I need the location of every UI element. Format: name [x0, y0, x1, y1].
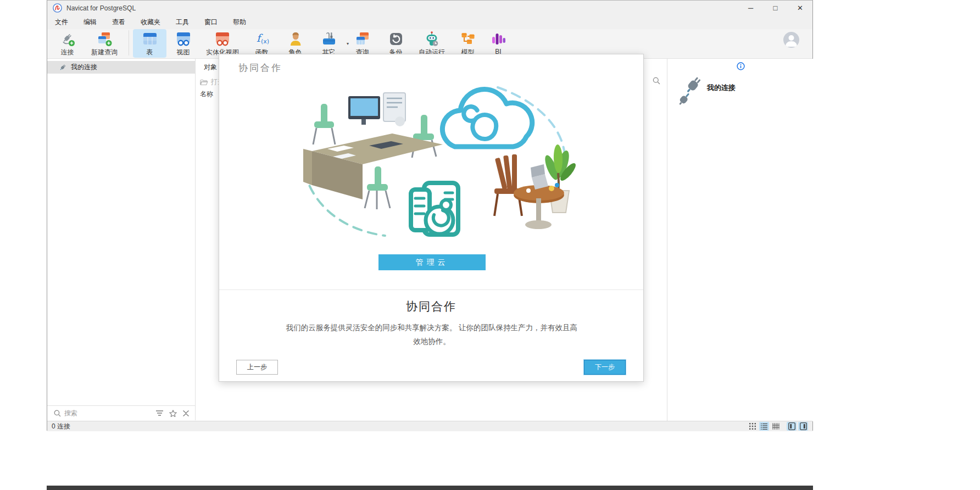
list-view-button[interactable]: [759, 422, 769, 431]
filter-icon[interactable]: [155, 410, 164, 416]
taskbar-strip: [47, 486, 813, 490]
toolbar-connection-button[interactable]: 连接: [51, 29, 84, 58]
menu-file[interactable]: 文件: [47, 15, 76, 29]
connections-sidebar: 我的连接: [47, 59, 196, 405]
toggle-left-pane-button[interactable]: [787, 422, 797, 431]
search-icon: [54, 410, 61, 417]
materialized-view-icon: [214, 31, 231, 47]
connection-count: 0 连接: [52, 422, 70, 431]
dialog-divider: [219, 289, 643, 290]
close-button[interactable]: ✕: [788, 1, 812, 15]
others-toolbox-icon: [321, 31, 337, 47]
role-icon: [287, 31, 304, 47]
maximize-button[interactable]: □: [763, 1, 788, 15]
menu-edit[interactable]: 编辑: [76, 15, 104, 29]
toolbar-label: 视图: [177, 48, 190, 57]
table-icon: [142, 31, 158, 47]
toolbar-label: 连接: [61, 48, 74, 57]
view-icon: [175, 31, 192, 47]
dialog-title: 协同合作: [238, 62, 282, 74]
bi-chart-icon: [490, 31, 506, 47]
menubar: 文件 编辑 查看 收藏夹 工具 窗口 帮助: [47, 15, 812, 29]
backup-icon: [388, 31, 404, 47]
menu-view[interactable]: 查看: [104, 15, 133, 29]
icon-view-button[interactable]: [748, 422, 758, 431]
app-window: Navicat for PostgreSQL ─ □ ✕ 文件 编辑 查看 收藏…: [47, 0, 813, 431]
connection-name: 我的连接: [71, 63, 97, 72]
toolbar-view-button[interactable]: 视图: [166, 29, 200, 58]
collaboration-dialog: 协同合作: [219, 54, 644, 382]
user-avatar[interactable]: [783, 32, 799, 48]
collaboration-illustration: [261, 81, 602, 251]
svg-text:(x): (x): [261, 38, 269, 45]
manage-cloud-button[interactable]: 管理云: [378, 254, 486, 270]
toolbar-new-query-button[interactable]: 新建查询: [84, 29, 125, 58]
favorites-star-icon[interactable]: [169, 410, 177, 417]
toolbar-label: 表: [147, 48, 153, 57]
menu-window[interactable]: 窗口: [197, 15, 225, 29]
menu-help[interactable]: 帮助: [225, 15, 254, 29]
menu-tools[interactable]: 工具: [168, 15, 197, 29]
automation-robot-icon: [424, 31, 440, 47]
function-icon: f (x): [254, 31, 270, 47]
toolbar-label: 新建查询: [91, 48, 118, 57]
window-title: Navicat for PostgreSQL: [66, 4, 136, 12]
column-header-name[interactable]: 名称: [200, 90, 213, 99]
tab-objects[interactable]: 对象: [204, 63, 217, 72]
dialog-description: 我们的云服务提供灵活安全的同步和共享解决方案。 让你的团队保持生产力，并有效且高…: [261, 321, 602, 348]
menu-favorites[interactable]: 收藏夹: [133, 15, 168, 29]
previous-step-button[interactable]: 上一步: [236, 360, 278, 375]
toolbar-separator: [129, 30, 129, 55]
new-query-icon: [96, 31, 113, 47]
plug-icon: [58, 63, 67, 72]
dialog-heading: 协同合作: [219, 299, 643, 314]
detail-view-button[interactable]: [771, 422, 781, 431]
toggle-right-pane-button[interactable]: [798, 422, 808, 431]
minimize-button[interactable]: ─: [738, 1, 763, 15]
panel-connection-title: 我的连接: [707, 83, 736, 93]
statusbar: 0 连接: [47, 421, 812, 431]
description-line-2: 效地协作。: [261, 335, 602, 348]
pane-search-icon[interactable]: [653, 77, 660, 85]
next-step-button[interactable]: 下一步: [584, 360, 626, 375]
sidebar-item-my-connection[interactable]: 我的连接: [47, 61, 195, 74]
info-panel: 我的连接: [667, 59, 814, 421]
search-input[interactable]: [64, 409, 136, 417]
screen: Navicat for PostgreSQL ─ □ ✕ 文件 编辑 查看 收藏…: [0, 0, 980, 490]
folder-open-icon: [200, 79, 208, 86]
info-icon[interactable]: [737, 62, 745, 70]
query-icon: [354, 31, 371, 47]
plug-new-icon: [59, 31, 76, 47]
model-icon: [460, 31, 476, 47]
titlebar: Navicat for PostgreSQL ─ □ ✕: [47, 1, 812, 15]
toolbar-table-button[interactable]: 表: [133, 29, 166, 58]
big-plug-icon: [676, 75, 704, 106]
navicat-logo-icon: [53, 3, 62, 13]
description-line-1: 我们的云服务提供灵活安全的同步和共享解决方案。 让你的团队保持生产力，并有效且高: [261, 321, 602, 335]
sidebar-search-bar: [47, 405, 196, 420]
collapse-all-icon[interactable]: [182, 410, 190, 417]
